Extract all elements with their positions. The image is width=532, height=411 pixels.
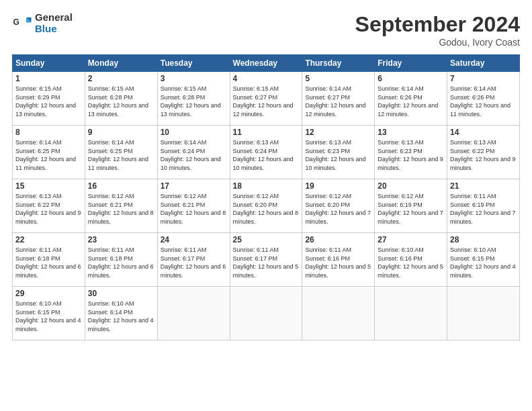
day-number: 7 [450,74,517,83]
day-info: Sunrise: 6:11 AMSunset: 6:19 PMDaylight:… [450,192,517,226]
day-info: Sunrise: 6:13 AMSunset: 6:24 PMDaylight:… [233,138,300,172]
day-number: 3 [161,74,227,83]
logo-line1: General [35,12,73,24]
calendar-cell: 16 Sunrise: 6:12 AMSunset: 6:21 PMDaylig… [85,179,157,233]
day-number: 22 [15,235,82,244]
day-info: Sunrise: 6:12 AMSunset: 6:21 PMDaylight:… [161,192,227,226]
svg-text:G: G [13,17,19,26]
calendar-cell: 26 Sunrise: 6:11 AMSunset: 6:16 PMDaylig… [302,233,375,287]
calendar-cell: 6 Sunrise: 6:14 AMSunset: 6:26 PMDayligh… [375,72,447,126]
day-info: Sunrise: 6:14 AMSunset: 6:25 PMDaylight:… [15,138,82,172]
day-number: 30 [88,289,154,298]
logo-line2: Blue [35,24,73,35]
day-number: 11 [233,128,300,137]
calendar-cell [447,287,520,340]
day-number: 19 [305,181,371,191]
day-info: Sunrise: 6:10 AMSunset: 6:15 PMDaylight:… [15,300,82,333]
day-info: Sunrise: 6:15 AMSunset: 6:28 PMDaylight:… [161,85,227,118]
calendar-cell [375,287,447,340]
weekday-header: Thursday [302,55,375,72]
calendar-cell: 18 Sunrise: 6:12 AMSunset: 6:20 PMDaylig… [230,179,302,233]
title-area: September 2024 Godou, Ivory Coast [355,12,520,48]
day-info: Sunrise: 6:12 AMSunset: 6:21 PMDaylight:… [88,192,154,226]
weekday-header: Tuesday [157,55,230,72]
calendar-cell: 10 Sunrise: 6:14 AMSunset: 6:24 PMDaylig… [157,126,230,179]
day-number: 20 [378,181,444,191]
day-info: Sunrise: 6:14 AMSunset: 6:26 PMDaylight:… [378,85,444,118]
day-number: 15 [15,181,82,191]
calendar-table: SundayMondayTuesdayWednesdayThursdayFrid… [12,54,520,340]
calendar-body: 1 Sunrise: 6:15 AMSunset: 6:29 PMDayligh… [13,72,520,340]
day-info: Sunrise: 6:13 AMSunset: 6:23 PMDaylight:… [305,138,371,172]
weekday-header: Friday [375,55,447,72]
day-number: 27 [378,235,444,244]
calendar-cell: 2 Sunrise: 6:15 AMSunset: 6:28 PMDayligh… [85,72,157,126]
day-info: Sunrise: 6:11 AMSunset: 6:17 PMDaylight:… [233,246,300,279]
calendar-week-row: 8 Sunrise: 6:14 AMSunset: 6:25 PMDayligh… [13,126,520,179]
day-number: 4 [233,74,300,83]
day-number: 14 [450,128,517,137]
calendar-cell: 20 Sunrise: 6:12 AMSunset: 6:19 PMDaylig… [375,179,447,233]
day-number: 21 [450,181,517,191]
day-info: Sunrise: 6:12 AMSunset: 6:20 PMDaylight:… [233,192,300,226]
calendar-week-row: 1 Sunrise: 6:15 AMSunset: 6:29 PMDayligh… [13,72,520,126]
calendar-week-row: 29 Sunrise: 6:10 AMSunset: 6:15 PMDaylig… [13,287,520,340]
calendar-cell: 25 Sunrise: 6:11 AMSunset: 6:17 PMDaylig… [230,233,302,287]
day-info: Sunrise: 6:14 AMSunset: 6:26 PMDaylight:… [450,85,517,118]
calendar-cell: 4 Sunrise: 6:15 AMSunset: 6:27 PMDayligh… [230,72,302,126]
day-info: Sunrise: 6:13 AMSunset: 6:23 PMDaylight:… [378,138,444,172]
weekday-header: Saturday [447,55,520,72]
calendar-cell: 3 Sunrise: 6:15 AMSunset: 6:28 PMDayligh… [157,72,230,126]
day-info: Sunrise: 6:15 AMSunset: 6:28 PMDaylight:… [88,85,154,118]
day-info: Sunrise: 6:14 AMSunset: 6:27 PMDaylight:… [305,85,371,118]
calendar-cell: 5 Sunrise: 6:14 AMSunset: 6:27 PMDayligh… [302,72,375,126]
calendar-week-row: 15 Sunrise: 6:13 AMSunset: 6:22 PMDaylig… [13,179,520,233]
day-info: Sunrise: 6:10 AMSunset: 6:16 PMDaylight:… [378,246,444,279]
calendar-cell: 1 Sunrise: 6:15 AMSunset: 6:29 PMDayligh… [13,72,85,126]
calendar-cell: 12 Sunrise: 6:13 AMSunset: 6:23 PMDaylig… [302,126,375,179]
day-number: 29 [15,289,82,298]
day-info: Sunrise: 6:11 AMSunset: 6:16 PMDaylight:… [305,246,371,279]
day-info: Sunrise: 6:14 AMSunset: 6:24 PMDaylight:… [161,138,227,172]
day-number: 8 [15,128,82,137]
calendar-cell: 15 Sunrise: 6:13 AMSunset: 6:22 PMDaylig… [13,179,85,233]
calendar-cell: 11 Sunrise: 6:13 AMSunset: 6:24 PMDaylig… [230,126,302,179]
location: Godou, Ivory Coast [355,37,520,48]
day-number: 12 [305,128,371,137]
day-number: 6 [378,74,444,83]
calendar-cell [157,287,230,340]
calendar-cell: 19 Sunrise: 6:12 AMSunset: 6:20 PMDaylig… [302,179,375,233]
calendar-cell: 29 Sunrise: 6:10 AMSunset: 6:15 PMDaylig… [13,287,85,340]
day-number: 9 [88,128,154,137]
calendar-cell: 28 Sunrise: 6:10 AMSunset: 6:15 PMDaylig… [447,233,520,287]
day-number: 23 [88,235,154,244]
calendar-week-row: 22 Sunrise: 6:11 AMSunset: 6:18 PMDaylig… [13,233,520,287]
logo: G General Blue [12,12,73,34]
calendar-cell: 23 Sunrise: 6:11 AMSunset: 6:18 PMDaylig… [85,233,157,287]
day-number: 10 [161,128,227,137]
day-number: 1 [15,74,82,83]
day-info: Sunrise: 6:15 AMSunset: 6:29 PMDaylight:… [15,85,82,118]
day-info: Sunrise: 6:11 AMSunset: 6:18 PMDaylight:… [88,246,154,279]
calendar-cell: 30 Sunrise: 6:10 AMSunset: 6:14 PMDaylig… [85,287,157,340]
weekday-header: Wednesday [230,55,302,72]
day-number: 5 [305,74,371,83]
weekday-header: Sunday [13,55,85,72]
day-info: Sunrise: 6:12 AMSunset: 6:20 PMDaylight:… [305,192,371,226]
calendar-cell [302,287,375,340]
day-number: 28 [450,235,517,244]
calendar-cell: 13 Sunrise: 6:13 AMSunset: 6:23 PMDaylig… [375,126,447,179]
calendar-cell: 17 Sunrise: 6:12 AMSunset: 6:21 PMDaylig… [157,179,230,233]
day-number: 24 [161,235,227,244]
calendar-page: G General Blue September 2024 Godou, Ivo… [0,0,532,411]
day-number: 13 [378,128,444,137]
logo-icon: G [12,13,32,34]
day-number: 2 [88,74,154,83]
calendar-cell: 7 Sunrise: 6:14 AMSunset: 6:26 PMDayligh… [447,72,520,126]
page-header: G General Blue September 2024 Godou, Ivo… [12,12,520,48]
day-info: Sunrise: 6:13 AMSunset: 6:22 PMDaylight:… [15,192,82,226]
day-number: 26 [305,235,371,244]
day-info: Sunrise: 6:10 AMSunset: 6:15 PMDaylight:… [450,246,517,279]
calendar-cell: 9 Sunrise: 6:14 AMSunset: 6:25 PMDayligh… [85,126,157,179]
day-info: Sunrise: 6:11 AMSunset: 6:18 PMDaylight:… [15,246,82,279]
